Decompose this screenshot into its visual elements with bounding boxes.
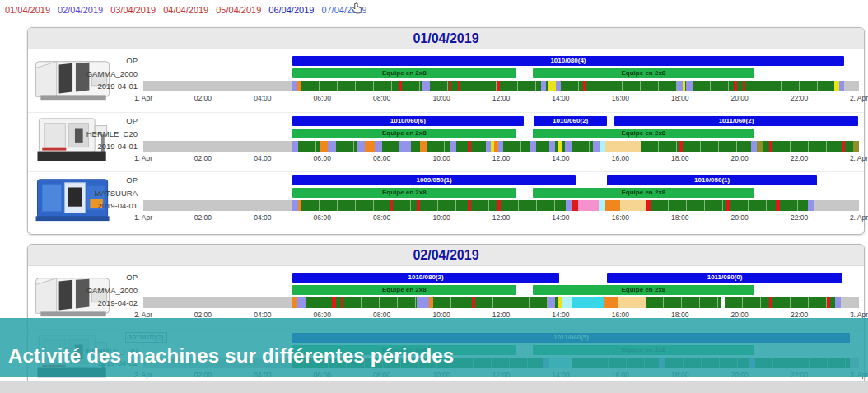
activity-segment bbox=[460, 81, 497, 91]
op-label: OP bbox=[53, 271, 138, 284]
activity-segment bbox=[501, 200, 567, 211]
activity-segment bbox=[641, 141, 679, 152]
activity-segment bbox=[328, 141, 336, 152]
nav-date-link[interactable]: 04/04/2019 bbox=[163, 5, 208, 15]
activity-segment bbox=[549, 141, 555, 152]
shift-bar[interactable]: Equipe en 2x8 bbox=[533, 129, 755, 138]
activity-segment bbox=[562, 297, 571, 308]
row-date: 2019-04-01 bbox=[53, 140, 138, 153]
activity-segment bbox=[420, 141, 427, 152]
axis-tick-label: 20:00 bbox=[731, 94, 749, 102]
activity-segment bbox=[422, 81, 431, 91]
caption-text: Activité des machines sur différentes pé… bbox=[8, 344, 454, 367]
activity-segment bbox=[572, 297, 604, 308]
activity-segment bbox=[357, 141, 365, 152]
axis-tick-label: 12:00 bbox=[492, 154, 510, 162]
activity-segment bbox=[572, 141, 593, 152]
activity-segment bbox=[336, 141, 357, 152]
op-bar[interactable]: 1010/060(2) bbox=[534, 116, 607, 126]
shift-bar[interactable]: Equipe en 2x8 bbox=[533, 285, 755, 295]
axis-tick-label: 06:00 bbox=[314, 213, 331, 222]
axis-tick-label: 18:00 bbox=[671, 213, 688, 222]
op-bar[interactable]: 1011/060(2) bbox=[614, 116, 858, 126]
nav-date-link[interactable]: 02/04/2019 bbox=[58, 5, 103, 15]
axis-tick-label: 2. Apr bbox=[850, 213, 868, 222]
activity-segment bbox=[586, 81, 677, 91]
axis-tick-label: 20:00 bbox=[731, 213, 749, 222]
activity-segment bbox=[686, 81, 693, 91]
activity-segment bbox=[143, 297, 292, 308]
activity-segment bbox=[844, 81, 859, 91]
activity-segment bbox=[536, 141, 549, 152]
activity-segment bbox=[143, 81, 292, 91]
activity-segment bbox=[772, 141, 842, 152]
machine-name: GAMMA_2000 bbox=[53, 68, 138, 81]
nav-date-link[interactable]: 05/04/2019 bbox=[216, 5, 261, 15]
machine-name: HERMLE_C20 bbox=[53, 128, 138, 141]
activity-segment bbox=[411, 141, 420, 152]
activity-segment bbox=[301, 81, 399, 91]
row-labels: OP GAMMA_2000 2019-04-01 bbox=[53, 54, 138, 93]
activity-segment bbox=[306, 297, 332, 308]
panel-title: 02/04/2019 bbox=[28, 245, 864, 266]
shift-bar[interactable]: Equipe en 2x8 bbox=[292, 285, 516, 295]
machine-name: MATSUURA bbox=[53, 187, 138, 200]
op-bar[interactable]: 1010/080(2) bbox=[292, 273, 559, 283]
machine-row: OP GAMMA_2000 2019-04-01 1010/080(4)Equi… bbox=[28, 53, 864, 110]
activity-segment bbox=[450, 141, 456, 152]
activity-segment bbox=[382, 141, 400, 152]
activity-segment bbox=[430, 81, 449, 91]
nav-date-link[interactable]: 01/04/2019 bbox=[5, 5, 50, 15]
axis-tick-label: 02:00 bbox=[194, 94, 212, 102]
activity-segment bbox=[565, 141, 572, 152]
activity-segment bbox=[298, 141, 320, 152]
activity-segment bbox=[745, 81, 834, 91]
activity-segment bbox=[763, 141, 769, 152]
activity-segment bbox=[548, 297, 555, 308]
machine-row: OP MATSUURA 2019-04-01 1009/050(1)1010/0… bbox=[28, 171, 864, 230]
axis-tick-label: 06:00 bbox=[314, 154, 331, 162]
axis-tick-label: 04:00 bbox=[254, 94, 271, 102]
activity-segment bbox=[618, 297, 646, 308]
op-label: OP bbox=[53, 115, 138, 128]
axis-tick-label: 08:00 bbox=[373, 213, 390, 222]
axis-tick-label: 22:00 bbox=[791, 213, 808, 222]
nav-date-link[interactable]: 06/04/2019 bbox=[268, 5, 314, 15]
activity-segment bbox=[451, 81, 458, 91]
activity-segment bbox=[548, 81, 556, 91]
op-bar[interactable]: 1010/080(4) bbox=[292, 56, 844, 66]
shift-bar[interactable]: Equipe en 2x8 bbox=[533, 68, 755, 78]
day-panel: 01/04/2019 OP GAMMA_2000 2019-04-01 1010… bbox=[27, 27, 865, 235]
activity-segment bbox=[530, 141, 536, 152]
axis-tick-label: 16:00 bbox=[612, 94, 629, 102]
axis-tick-label: 2. Apr bbox=[850, 154, 868, 162]
activity-segment bbox=[853, 141, 859, 152]
op-bar[interactable]: 1011/080(0) bbox=[607, 273, 842, 283]
axis-tick-label: 12:00 bbox=[492, 94, 510, 102]
activity-segment bbox=[561, 81, 583, 91]
shift-bar[interactable]: Equipe en 2x8 bbox=[533, 188, 755, 198]
op-bar[interactable]: 1010/050(1) bbox=[607, 175, 817, 185]
op-label: OP bbox=[53, 174, 138, 187]
shift-bar[interactable]: Equipe en 2x8 bbox=[292, 188, 516, 198]
activity-segment bbox=[417, 297, 428, 308]
axis-tick-label: 22:00 bbox=[791, 94, 808, 102]
machine-row: OP HERMLE_C20 2019-04-01 1010/060(6)1010… bbox=[28, 112, 864, 171]
axis-tick-label: 18:00 bbox=[671, 94, 688, 102]
row-labels: OP GAMMA_2000 2019-04-02 bbox=[53, 271, 138, 310]
axis-tick-label: 08:00 bbox=[373, 94, 390, 102]
op-bar[interactable]: 1010/060(6) bbox=[292, 116, 524, 126]
activity-segment bbox=[751, 141, 758, 152]
activity-segment bbox=[475, 297, 548, 308]
panel-title: 01/04/2019 bbox=[28, 28, 864, 49]
nav-date-link[interactable]: 03/04/2019 bbox=[110, 5, 156, 15]
activity-segment bbox=[402, 81, 422, 91]
shift-bar[interactable]: Equipe en 2x8 bbox=[292, 129, 516, 138]
op-bar[interactable]: 1009/050(1) bbox=[292, 175, 576, 185]
activity-segment bbox=[780, 200, 808, 211]
axis-tick-label: 02:00 bbox=[194, 213, 212, 222]
activity-segment bbox=[683, 141, 751, 152]
axis-tick-label: 16:00 bbox=[612, 213, 629, 222]
shift-bar[interactable]: Equipe en 2x8 bbox=[292, 68, 516, 78]
activity-segment bbox=[757, 141, 763, 152]
